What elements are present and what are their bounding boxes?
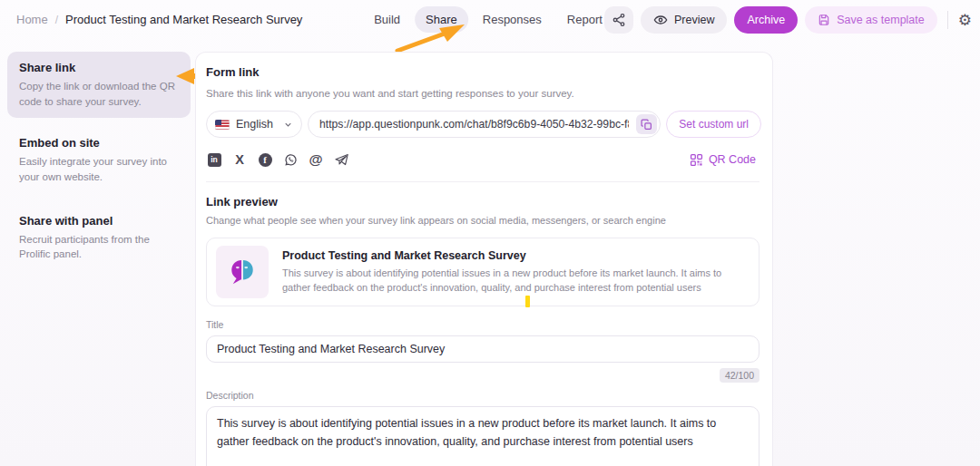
breadcrumb: Home / Product Testing and Market Resear…: [16, 13, 302, 26]
breadcrumb-current: Product Testing and Market Research Surv…: [65, 13, 302, 26]
link-preview-heading: Link preview: [206, 195, 761, 209]
email-at-icon[interactable]: @: [308, 151, 324, 168]
preview-title: Product Testing and Market Research Surv…: [282, 249, 736, 262]
preview-text: Product Testing and Market Research Surv…: [282, 249, 736, 296]
link-row: English Set custom url: [206, 111, 761, 138]
copy-icon: [641, 119, 652, 131]
social-share-row: in X f @: [206, 151, 761, 168]
form-link-heading: Form link: [206, 65, 761, 79]
save-as-template-label: Save as template: [837, 14, 925, 26]
language-selected: English: [236, 118, 277, 131]
us-flag-icon: [215, 120, 230, 130]
tab-responses[interactable]: Responses: [472, 6, 553, 33]
facebook-icon[interactable]: f: [257, 151, 273, 168]
title-counter-row: 42/100: [206, 368, 760, 383]
chevron-down-icon: [283, 120, 293, 130]
share-nodes-icon: [612, 13, 626, 27]
questionpunk-logo-icon: [229, 257, 256, 286]
share-panel: Form link Share this link with anyone yo…: [195, 52, 773, 466]
yellow-caret-marker: [525, 296, 530, 307]
survey-url-wrap: [308, 111, 661, 138]
tab-share[interactable]: Share: [415, 6, 468, 33]
header: Home / Product Testing and Market Resear…: [0, 0, 980, 40]
whatsapp-icon[interactable]: [282, 151, 299, 168]
sidebar: Share link Copy the link or download the…: [7, 52, 191, 271]
top-nav: Build Share Responses Report: [363, 6, 613, 33]
linkedin-icon[interactable]: in: [206, 151, 222, 168]
archive-button[interactable]: Archive: [734, 6, 798, 34]
telegram-icon[interactable]: [333, 151, 349, 168]
preview-button-label: Preview: [674, 14, 714, 26]
section-divider: [206, 181, 760, 182]
form-link-subheading: Share this link with anyone you want and…: [206, 88, 761, 99]
breadcrumb-separator: /: [55, 14, 58, 26]
sidebar-item-title: Share link: [19, 61, 179, 74]
header-divider: [947, 11, 948, 29]
header-actions: Preview Archive Save as template ⚙: [604, 6, 972, 34]
sidebar-item-description: Recruit participants from the Prolific p…: [19, 232, 179, 262]
share-button[interactable]: [604, 6, 633, 34]
gear-icon[interactable]: ⚙: [958, 13, 972, 28]
sidebar-item-title: Share with panel: [19, 214, 179, 228]
preview-button[interactable]: Preview: [641, 6, 727, 34]
survey-url-input[interactable]: [308, 111, 661, 138]
preview-description: This survey is about identifying potenti…: [282, 267, 736, 296]
sidebar-item-embed-on-site[interactable]: Embed on site Easily integrate your surv…: [7, 127, 191, 193]
title-char-counter: 42/100: [720, 368, 760, 383]
sidebar-item-description: Easily integrate your survey into your o…: [19, 154, 179, 184]
link-preview-subheading: Change what people see when your survey …: [206, 215, 761, 226]
set-custom-url-button[interactable]: Set custom url: [666, 111, 761, 138]
language-select[interactable]: English: [206, 111, 302, 138]
link-preview-card: Product Testing and Market Research Surv…: [206, 238, 760, 306]
breadcrumb-home[interactable]: Home: [16, 13, 48, 26]
tab-build[interactable]: Build: [363, 6, 411, 33]
qr-code-label: QR Code: [709, 153, 756, 166]
x-twitter-icon[interactable]: X: [231, 151, 248, 168]
copy-link-button[interactable]: [636, 114, 657, 134]
title-field-label: Title: [206, 319, 761, 330]
save-icon: [818, 14, 830, 26]
description-field-input[interactable]: This survey is about identifying potenti…: [206, 406, 760, 466]
save-as-template-button[interactable]: Save as template: [805, 6, 937, 34]
sidebar-item-share-with-panel[interactable]: Share with panel Recruit participants fr…: [7, 205, 191, 271]
sidebar-item-description: Copy the link or download the QR code to…: [19, 79, 179, 109]
qr-code-link[interactable]: QR Code: [690, 153, 756, 167]
preview-thumbnail: [216, 246, 269, 298]
eye-icon: [653, 13, 668, 27]
title-field-input[interactable]: [206, 335, 760, 363]
description-field-label: Description: [206, 390, 761, 401]
archive-button-label: Archive: [747, 14, 785, 26]
qr-code-icon: [690, 153, 703, 167]
sidebar-item-share-link[interactable]: Share link Copy the link or download the…: [7, 52, 191, 118]
sidebar-item-title: Embed on site: [19, 136, 179, 150]
